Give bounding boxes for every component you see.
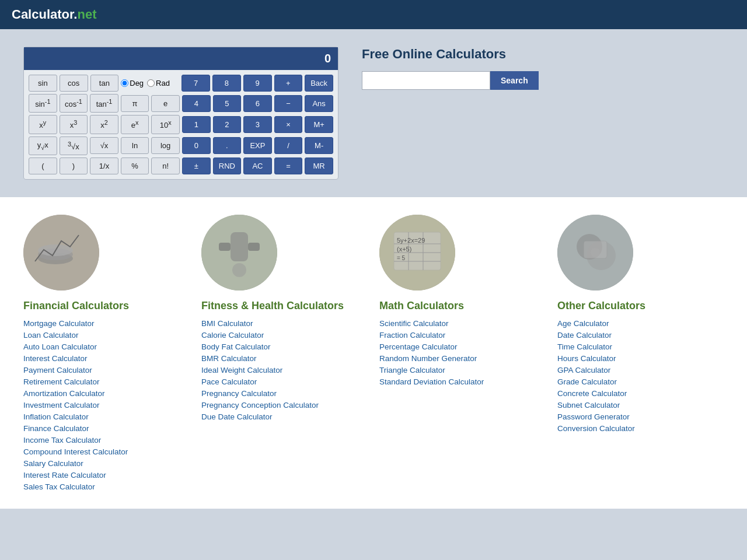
btn-divide[interactable]: / [274, 137, 303, 154]
btn-dot[interactable]: . [213, 137, 242, 154]
link-age-calculator[interactable]: Age Calculator [557, 319, 724, 328]
btn-back[interactable]: Back [305, 75, 333, 92]
link-bmr-calculator[interactable]: BMR Calculator [201, 354, 368, 363]
link-standard-deviation-calculator[interactable]: Standard Deviation Calculator [379, 377, 546, 386]
link-password-generator[interactable]: Password Generator [557, 412, 724, 421]
btn-mplus[interactable]: M+ [305, 116, 333, 133]
btn-equals[interactable]: = [274, 158, 303, 174]
link-hours-calculator[interactable]: Hours Calculator [557, 354, 724, 363]
tan-button[interactable]: tan [90, 75, 119, 92]
xy-button[interactable]: xy [29, 115, 57, 134]
svg-point-24 [591, 248, 600, 257]
btn-9[interactable]: 9 [243, 75, 272, 92]
link-mortgage-calculator[interactable]: Mortgage Calculator [23, 319, 190, 328]
link-investment-calculator[interactable]: Investment Calculator [23, 401, 190, 410]
sin-button[interactable]: sin [29, 75, 57, 92]
link-pregnancy-conception-calculator[interactable]: Pregnancy Conception Calculator [201, 401, 368, 410]
ex-button[interactable]: ex [121, 115, 149, 134]
btn-plus[interactable]: + [274, 75, 303, 92]
link-percentage-calculator[interactable]: Percentage Calculator [379, 342, 546, 351]
link-random-number-generator[interactable]: Random Number Generator [379, 354, 546, 363]
link-date-calculator[interactable]: Date Calculator [557, 331, 724, 340]
link-interest-rate-calculator[interactable]: Interest Rate Calculator [23, 471, 190, 480]
link-payment-calculator[interactable]: Payment Calculator [23, 366, 190, 374]
link-loan-calculator[interactable]: Loan Calculator [23, 331, 190, 340]
link-bmi-calculator[interactable]: BMI Calculator [201, 319, 368, 328]
log-button[interactable]: log [151, 137, 180, 154]
link-body-fat-calculator[interactable]: Body Fat Calculator [201, 342, 368, 351]
btn-7[interactable]: 7 [181, 75, 210, 92]
link-compound-interest-calculator[interactable]: Compound Interest Calculator [23, 447, 190, 456]
btn-0[interactable]: 0 [182, 137, 211, 154]
btn-6[interactable]: 6 [243, 95, 272, 112]
cos-button[interactable]: cos [60, 75, 88, 92]
crootx-button[interactable]: 3√x [60, 136, 88, 155]
other-title: Other Calculators [557, 300, 724, 312]
rad-radio[interactable] [147, 79, 155, 87]
link-grade-calculator[interactable]: Grade Calculator [557, 377, 724, 386]
link-gpa-calculator[interactable]: GPA Calculator [557, 366, 724, 374]
sqrt-button[interactable]: √x [90, 137, 118, 154]
btn-exp[interactable]: EXP [243, 137, 272, 154]
link-triangle-calculator[interactable]: Triangle Calculator [379, 366, 546, 374]
link-pregnancy-calculator[interactable]: Pregnancy Calculator [201, 389, 368, 398]
link-sales-tax-calculator[interactable]: Sales Tax Calculator [23, 482, 190, 491]
btn-5[interactable]: 5 [213, 95, 242, 112]
cos-inv-button[interactable]: cos-1 [60, 94, 88, 113]
btn-mminus[interactable]: M- [305, 137, 333, 154]
btn-rnd[interactable]: RND [213, 158, 242, 174]
pi-button[interactable]: π [121, 95, 149, 112]
search-input[interactable] [362, 71, 490, 90]
x2-button[interactable]: x2 [90, 115, 118, 134]
link-calorie-calculator[interactable]: Calorie Calculator [201, 331, 368, 340]
financial-image [23, 215, 99, 290]
btn-ac[interactable]: AC [243, 158, 272, 174]
e-button[interactable]: e [151, 95, 180, 112]
link-fraction-calculator[interactable]: Fraction Calculator [379, 331, 546, 340]
tan-inv-button[interactable]: tan-1 [90, 94, 118, 113]
btn-2[interactable]: 2 [213, 116, 242, 133]
link-salary-calculator[interactable]: Salary Calculator [23, 459, 190, 468]
logo-net: net [77, 7, 96, 22]
link-ideal-weight-calculator[interactable]: Ideal Weight Calculator [201, 366, 368, 374]
btn-8[interactable]: 8 [212, 75, 241, 92]
btn-plusminus[interactable]: ± [182, 158, 211, 174]
deg-radio[interactable] [121, 79, 128, 87]
rad-radio-label[interactable]: Rad [147, 79, 170, 88]
link-interest-calculator[interactable]: Interest Calculator [23, 354, 190, 363]
btn-mr[interactable]: MR [305, 158, 333, 174]
btn-ans[interactable]: Ans [305, 95, 333, 112]
btn-minus[interactable]: − [274, 95, 303, 112]
link-conversion-calculator[interactable]: Conversion Calculator [557, 424, 724, 433]
10x-button[interactable]: 10x [151, 115, 180, 134]
link-due-date-calculator[interactable]: Due Date Calculator [201, 412, 368, 421]
link-finance-calculator[interactable]: Finance Calculator [23, 424, 190, 433]
link-pace-calculator[interactable]: Pace Calculator [201, 377, 368, 386]
link-scientific-calculator[interactable]: Scientific Calculator [379, 319, 546, 328]
inv-button[interactable]: 1/x [90, 158, 118, 174]
rparen-button[interactable]: ) [60, 158, 88, 174]
yrootx-button[interactable]: y√x [29, 136, 57, 155]
link-auto-loan-calculator[interactable]: Auto Loan Calculator [23, 342, 190, 351]
btn-3[interactable]: 3 [243, 116, 272, 133]
factorial-button[interactable]: n! [151, 158, 180, 174]
percent-button[interactable]: % [121, 158, 149, 174]
link-amortization-calculator[interactable]: Amortization Calculator [23, 389, 190, 398]
ln-button[interactable]: ln [121, 137, 149, 154]
link-time-calculator[interactable]: Time Calculator [557, 342, 724, 351]
link-inflation-calculator[interactable]: Inflation Calculator [23, 412, 190, 421]
fitness-category: Fitness & Health Calculators BMI Calcula… [201, 215, 368, 491]
btn-1[interactable]: 1 [182, 116, 211, 133]
link-subnet-calculator[interactable]: Subnet Calculator [557, 401, 724, 410]
btn-4[interactable]: 4 [182, 95, 211, 112]
deg-radio-label[interactable]: Deg [121, 79, 144, 88]
lparen-button[interactable]: ( [29, 158, 57, 174]
link-retirement-calculator[interactable]: Retirement Calculator [23, 377, 190, 386]
search-button[interactable]: Search [490, 71, 539, 90]
btn-multiply[interactable]: × [274, 116, 303, 133]
x3-button[interactable]: x3 [60, 115, 88, 134]
link-concrete-calculator[interactable]: Concrete Calculator [557, 389, 724, 398]
link-income-tax-calculator[interactable]: Income Tax Calculator [23, 436, 190, 444]
other-links: Age Calculator Date Calculator Time Calc… [557, 319, 724, 433]
sin-inv-button[interactable]: sin-1 [29, 94, 57, 113]
